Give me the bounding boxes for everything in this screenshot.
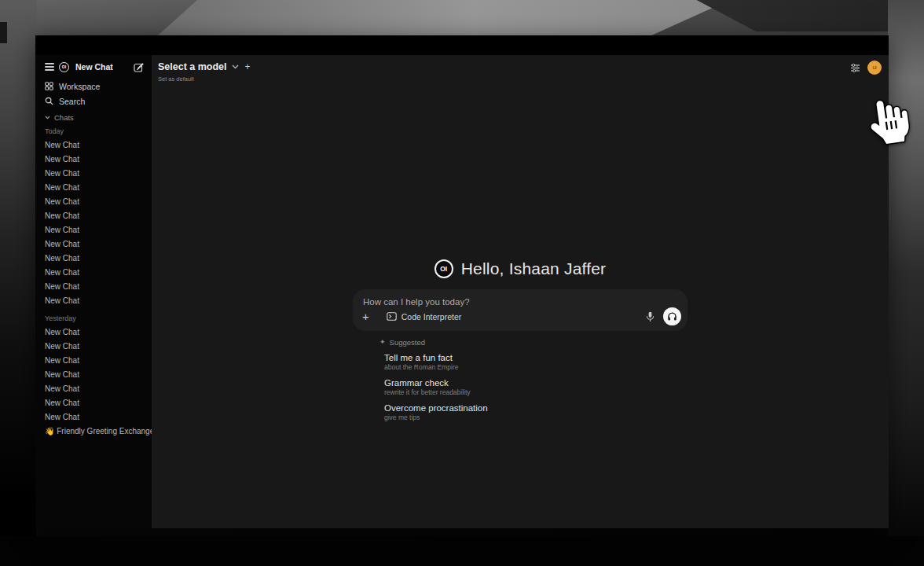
chat-group-label: Yesterday (35, 312, 152, 325)
chat-list-item[interactable]: New Chat (35, 194, 152, 208)
app-window: OI New Chat Wo (35, 35, 889, 528)
suggested-prompts: Tell me a fun fact about the Roman Empir… (380, 352, 688, 422)
user-avatar[interactable]: IJ (867, 61, 882, 75)
sidebar-item-search[interactable]: Search (35, 94, 152, 108)
desktop-background-shape (0, 22, 7, 43)
chat-list-item[interactable]: New Chat (35, 265, 152, 279)
microphone-icon (646, 311, 654, 322)
suggested-prompt-subtitle: rewrite it for better readability (384, 388, 688, 397)
chat-list-item[interactable]: New Chat (35, 325, 152, 339)
suggested-prompt[interactable]: Overcome procrastination give me tips (380, 402, 688, 422)
sidebar-header: OI New Chat (35, 60, 152, 74)
suggested-section: ✦ Suggested Tell me a fun fact about the… (353, 337, 688, 422)
chat-list-item[interactable]: New Chat (35, 367, 152, 381)
code-interpreter-toggle[interactable]: Code Interpreter (387, 312, 461, 322)
chat-list-item[interactable]: New Chat (35, 381, 152, 395)
sparkle-icon: ✦ (380, 338, 386, 346)
sidebar-item-label: Workspace (59, 82, 100, 91)
chat-list-item[interactable]: New Chat (35, 410, 152, 424)
suggested-prompt-title: Grammar check (384, 377, 688, 388)
sidebar-item-label: Search (59, 97, 85, 106)
code-interpreter-label: Code Interpreter (402, 312, 461, 322)
suggested-prompt-subtitle: give me tips (384, 413, 688, 422)
desktop: OI New Chat Wo (0, 0, 924, 566)
suggested-prompt-title: Tell me a fun fact (384, 352, 688, 363)
desktop-background-shape (157, 0, 730, 36)
attach-button[interactable]: + (362, 311, 369, 322)
greeting: OI Hello, Ishaan Jaffer (353, 258, 688, 280)
suggested-prompt[interactable]: Grammar check rewrite it for better read… (380, 377, 688, 397)
sidebar-title: New Chat (75, 62, 129, 72)
sidebar-item-workspace[interactable]: Workspace (35, 79, 152, 94)
sidebar-toggle-icon[interactable] (45, 63, 54, 70)
chat-list-item[interactable]: New Chat (35, 339, 152, 353)
set-as-default-button[interactable]: Set as default (158, 75, 194, 83)
main-panel: Select a model + Set as default (152, 55, 889, 528)
suggested-prompt[interactable]: Tell me a fun fact about the Roman Empir… (380, 352, 688, 372)
sidebar: OI New Chat Wo (35, 55, 152, 528)
chat-list-item[interactable]: New Chat (35, 279, 152, 293)
chat-list-today: New ChatNew ChatNew ChatNew ChatNew Chat… (35, 138, 152, 307)
suggested-prompt-subtitle: about the Roman Empire (384, 363, 688, 372)
chats-section-toggle[interactable]: Chats (35, 110, 152, 125)
chat-list-item[interactable]: New Chat (35, 353, 152, 367)
app-logo-icon: OI (434, 259, 453, 278)
app-logo-icon: OI (59, 62, 69, 72)
controls-sliders-icon[interactable] (850, 63, 860, 73)
model-selector-label: Select a model (158, 61, 227, 72)
suggested-header: ✦ Suggested (380, 337, 688, 347)
desktop-background-shape (0, 0, 36, 566)
suggested-label: Suggested (390, 338, 425, 347)
chevron-down-icon (45, 116, 50, 119)
code-interpreter-icon (387, 312, 397, 321)
voice-call-button[interactable] (663, 307, 681, 325)
chat-list-yesterday: New ChatNew ChatNew ChatNew ChatNew Chat… (35, 325, 152, 438)
chat-list-item[interactable]: New Chat (35, 166, 152, 180)
chevron-down-icon (232, 64, 239, 69)
greeting-text: Hello, Ishaan Jaffer (461, 259, 607, 278)
workspace-icon (45, 82, 53, 90)
chat-list-item[interactable]: 👋 Friendly Greeting Exchange (35, 424, 152, 438)
welcome-area: OI Hello, Ishaan Jaffer + (353, 258, 688, 422)
chat-group-label: Today (35, 125, 152, 138)
chat-list-item[interactable]: New Chat (35, 208, 152, 222)
chat-list-item[interactable]: New Chat (35, 293, 152, 307)
add-model-button[interactable]: + (245, 61, 251, 72)
window-title-strip (35, 35, 889, 55)
chat-list-item[interactable]: New Chat (35, 222, 152, 237)
model-selector[interactable]: Select a model + (158, 61, 251, 72)
topbar: Select a model + Set as default (152, 55, 889, 91)
new-chat-icon[interactable] (134, 62, 144, 72)
chat-list-item[interactable]: New Chat (35, 138, 152, 152)
chat-list-item[interactable]: New Chat (35, 395, 152, 410)
desktop-background-shape (888, 0, 924, 566)
message-composer: + Code Interpreter (353, 289, 688, 331)
chat-list-item[interactable]: New Chat (35, 180, 152, 194)
suggested-prompt-title: Overcome procrastination (384, 402, 688, 413)
chat-list-item[interactable]: New Chat (35, 251, 152, 265)
desktop-background-shape (0, 536, 924, 566)
chat-list-item[interactable]: New Chat (35, 152, 152, 166)
voice-input-button[interactable] (646, 311, 654, 322)
headphones-icon (667, 311, 677, 322)
chats-section-label: Chats (54, 113, 74, 122)
chat-list-item[interactable]: New Chat (35, 237, 152, 251)
search-icon (45, 97, 53, 105)
